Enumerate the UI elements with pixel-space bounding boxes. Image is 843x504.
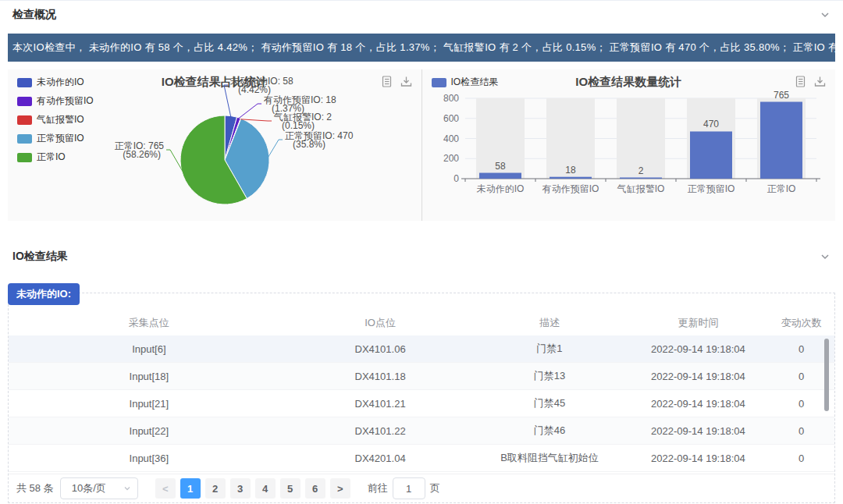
table-cell: DX4101.21 [290, 398, 471, 410]
bar-3[interactable] [690, 131, 732, 179]
x-axis-label: 气缸报警IO [616, 183, 664, 194]
legend-label: 未动作的IO [37, 76, 84, 89]
x-axis-label: 正常IO [767, 183, 795, 194]
category-badge[interactable]: 未动作的IO: [8, 283, 80, 305]
bar-chart-legend: IO检查结果 [432, 76, 499, 89]
chevron-down-icon [123, 484, 131, 492]
x-axis-label: 有动作预留IO [541, 183, 599, 194]
bar-chart-panel: IO检查结果 IO检查结果数量统计 020040060080058未动作的IO1… [422, 69, 836, 221]
table-row[interactable]: Input[21]DX4101.21门禁452022-09-14 19:18:0… [9, 390, 834, 417]
legend-label: 气缸报警IO [37, 113, 84, 126]
pie-label-percent: (0.15%) [282, 120, 315, 131]
bar-value-label: 58 [495, 161, 506, 172]
legend-item-2[interactable]: 气缸报警IO [17, 113, 94, 126]
table-cell: B取料阻挡气缸初始位 [471, 451, 628, 465]
table-cell: DX4101.22 [290, 425, 471, 437]
bar-chart[interactable]: 020040060080058未动作的IO18有动作预留IO2气缸报警IO470… [422, 69, 834, 221]
total-count: 共 58 条 [16, 481, 54, 495]
table-header-cell: 变动次数 [768, 316, 834, 330]
legend-label: 有动作预留IO [37, 94, 94, 108]
table-cell: Input[22] [9, 425, 290, 437]
pager: <123456> [155, 478, 350, 499]
page-button-4[interactable]: 4 [255, 478, 276, 499]
legend-item-0[interactable]: 未动作的IO [17, 76, 94, 89]
charts-row: 未动作的IO有动作预留IO气缸报警IO正常预留IO正常IO IO检查结果占比统计… [8, 69, 835, 221]
table-cell: DX4101.18 [290, 371, 471, 382]
pie-label-percent: (35.8%) [293, 139, 325, 150]
page-button-5[interactable]: 5 [280, 478, 301, 499]
y-tick-label: 600 [443, 113, 458, 124]
bar-0[interactable] [479, 173, 521, 179]
table-cell: 0 [768, 453, 834, 464]
bar-4[interactable] [760, 102, 802, 179]
table-cell: Input[6] [9, 343, 290, 355]
next-page-button[interactable]: > [330, 478, 350, 499]
table-cell: Input[36] [9, 453, 290, 464]
y-tick-label: 800 [443, 93, 458, 104]
page-button-3[interactable]: 3 [230, 478, 251, 499]
legend-item-4[interactable]: 正常IO [17, 151, 94, 164]
bar-1[interactable] [550, 177, 592, 179]
pie-label-line [239, 104, 261, 119]
results-table-box: 未动作的IO: 采集点位IO点位描述更新时间变动次数 Input[6]DX410… [8, 293, 835, 503]
page-size-select[interactable]: 10条/页 [60, 477, 138, 499]
pie-label-percent: (58.26%) [123, 149, 161, 160]
prev-page-button[interactable]: < [155, 478, 176, 499]
legend-label: IO检查结果 [451, 76, 499, 89]
table-cell: DX4101.06 [290, 343, 471, 355]
table-header-cell: 描述 [471, 316, 628, 330]
table-row[interactable]: Input[22]DX4101.22门禁462022-09-14 19:18:0… [9, 417, 834, 445]
legend-label: 正常IO [37, 151, 66, 164]
legend-label: 正常预留IO [37, 132, 84, 145]
goto-suffix: 页 [430, 481, 440, 495]
page: 检查概况 本次IO检查中， 未动作的IO 有 58 个，占比 4.42%； 有动… [0, 0, 843, 504]
legend-swatch [432, 78, 446, 87]
table-cell: 2022-09-14 19:18:04 [628, 371, 768, 382]
y-tick-label: 200 [443, 153, 458, 164]
y-tick-label: 400 [443, 133, 458, 144]
legend-item-3[interactable]: 正常预留IO [17, 132, 94, 145]
page-button-2[interactable]: 2 [205, 478, 226, 499]
x-axis-label: 未动作的IO [476, 183, 524, 194]
table-row[interactable]: Input[6]DX4101.06门禁12022-09-14 19:18:040 [9, 335, 834, 363]
bar-value-label: 765 [773, 90, 788, 101]
overview-title: 检查概况 [12, 8, 56, 22]
goto-page-input[interactable] [393, 477, 425, 499]
goto-page: 前往 页 [368, 477, 440, 499]
pagination: 共 58 条 10条/页 <123456> 前往 页 [9, 474, 834, 502]
table-cell: Input[21] [9, 398, 290, 410]
page-button-6[interactable]: 6 [305, 478, 325, 499]
chevron-down-icon[interactable] [820, 251, 831, 262]
bar-2[interactable] [620, 178, 662, 179]
results-table: 采集点位IO点位描述更新时间变动次数 Input[6]DX4101.06门禁12… [9, 311, 834, 472]
table-body: Input[6]DX4101.06门禁12022-09-14 19:18:040… [9, 335, 834, 472]
table-row[interactable]: Input[36]DX4201.04B取料阻挡气缸初始位2022-09-14 1… [9, 445, 834, 472]
bar-value-label: 2 [638, 165, 643, 176]
legend-item-1[interactable]: 有动作预留IO [17, 94, 94, 108]
results-section-header: IO检查结果 [0, 243, 843, 271]
table-cell: 2022-09-14 19:18:04 [628, 453, 768, 464]
table-header-cell: 更新时间 [628, 316, 768, 330]
pie-label-line [224, 85, 231, 117]
y-tick-label: 0 [454, 173, 459, 184]
legend-swatch [17, 78, 32, 87]
chevron-down-icon[interactable] [820, 9, 831, 20]
goto-label: 前往 [368, 481, 388, 495]
legend-swatch [17, 97, 32, 106]
legend-swatch [17, 134, 32, 144]
table-cell: 门禁1 [471, 342, 628, 356]
table-cell: 门禁45 [471, 396, 628, 410]
table-header-row: 采集点位IO点位描述更新时间变动次数 [9, 311, 834, 335]
legend-item-series[interactable]: IO检查结果 [432, 76, 499, 89]
table-row[interactable]: Input[18]DX4101.18门禁132022-09-14 19:18:0… [9, 363, 834, 390]
page-button-1[interactable]: 1 [180, 478, 201, 499]
pie-label-line [269, 140, 283, 157]
pie-label-percent: (4.42%) [238, 84, 271, 95]
legend-swatch [17, 115, 32, 125]
table-cell: 2022-09-14 19:18:04 [628, 425, 768, 437]
table-cell: 2022-09-14 19:18:04 [628, 343, 768, 355]
vertical-scrollbar[interactable] [824, 339, 829, 411]
table-header-cell: IO点位 [290, 316, 471, 330]
legend-swatch [17, 153, 32, 162]
page-size-value: 10条/页 [72, 481, 106, 495]
